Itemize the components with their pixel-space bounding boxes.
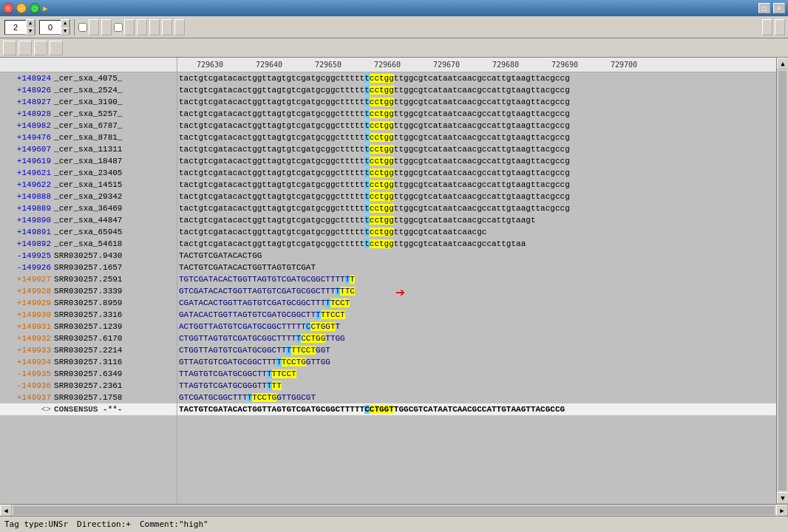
table-row: +149619_cer_sxa_18487 — [0, 155, 177, 167]
horizontal-scrollbar[interactable]: ◀ ▶ — [0, 504, 788, 516]
table-row: tactgtcgatacactggttagtgtcgatgcggcttttttc… — [177, 191, 776, 202]
table-row: tactgtcgatacactggttagtgtcgatgcggcttttttc… — [177, 72, 776, 84]
scroll-right-btn[interactable]: ▶ — [776, 505, 788, 516]
table-row: tactgtcgatacactggttagtgtcgatgcggcttttttc… — [177, 202, 776, 214]
table-row: GATACACTGGTTAGTGTCGATGCGGCTTTTTCCT — [177, 309, 776, 321]
table-row: +148927_cer_sxa_3190_ — [0, 96, 177, 108]
status-bar: Tag type:UNSr Direction:+ Comment:"high" — [0, 516, 788, 532]
table-row: +149931SRR030257.1239 — [0, 321, 177, 332]
table-row: +149933SRR030257.2214 — [0, 344, 177, 356]
table-row: GTTAGTGTCGATGCGGCTTTTTCCTGGTTGG — [177, 356, 776, 368]
names-rows[interactable]: +148924_cer_sxa_4075_+148926_cer_sxa_252… — [0, 72, 177, 504]
seqs-rows[interactable]: tactgtcgatacactggttagtgtcgatgcggcttttttc… — [177, 72, 776, 504]
help-button[interactable] — [775, 19, 785, 35]
table-row: CTGGTTAGTGTCGATGCGGCTTTTTCCTGGTTGG — [177, 332, 776, 344]
title-bar: × − □ ▶ □ × — [0, 0, 788, 16]
table-row: tactgtcgatacactggttagtgtcgatgcggcttttttc… — [177, 132, 776, 143]
table-row: +149934SRR030257.3116 — [0, 356, 177, 368]
direction-label: Direction:+ — [77, 519, 131, 529]
table-row: +149889_cer_sxa_36469 — [0, 202, 177, 214]
table-row: <>CONSENSUS -**- — [0, 403, 177, 415]
settings-button[interactable] — [174, 19, 185, 35]
table-row: tactgtcgatacactggttagtgtcgatgcggcttttttc… — [177, 214, 776, 226]
insert-button[interactable] — [89, 19, 99, 35]
table-row: tactgtcgatacactggttagtgtcgatgcggcttttttc… — [177, 143, 776, 155]
table-row: CTGGTTAGTGTCGATGCGGCTTTTTCCTGGT — [177, 344, 776, 356]
cons-up-arrow[interactable]: ▲ — [26, 19, 35, 27]
ruler-pos-6: 729680 — [476, 61, 535, 69]
toolbar: ▲ ▼ ▲ ▼ — [0, 16, 788, 38]
scroll-thumb[interactable] — [778, 71, 787, 491]
scroll-up-btn[interactable]: ▲ — [777, 58, 788, 69]
qual-up-arrow[interactable]: ▲ — [61, 19, 69, 27]
red-arrow-indicator: ➔ — [395, 283, 405, 301]
table-row: TACTGTCGATACACTGG — [177, 250, 776, 262]
tag-type-value: UNSr — [49, 519, 69, 529]
ruler-pos-4: 729660 — [358, 61, 417, 69]
comment-value: "high" — [179, 519, 208, 529]
cons-input[interactable] — [5, 21, 26, 34]
close-btn[interactable]: × — [3, 3, 13, 13]
table-row: +148924_cer_sxa_4075_ — [0, 72, 177, 84]
ruler-pos-8: 729700 — [594, 61, 653, 69]
win-close-btn[interactable]: × — [773, 3, 785, 13]
table-row: GTCGATACACTGGTTAGTGTCGATGCGGCTTTTTTC — [177, 285, 776, 297]
table-row: +149927SRR030257.2591 — [0, 273, 177, 285]
table-row: tactgtcgatacactggttagtgtcgatgcggcttttttc… — [177, 167, 776, 179]
cutoffs-checkbox[interactable] — [114, 23, 123, 32]
table-row: +149928SRR030257.3339 — [0, 285, 177, 297]
scroll-left-btn[interactable]: ◀ — [0, 505, 12, 516]
main-content: +148924_cer_sxa_4075_+148926_cer_sxa_252… — [0, 58, 788, 516]
ruler-row: 729630 729640 729650 729660 729670 72968… — [177, 58, 776, 72]
comment-label: Comment:"high" — [140, 519, 208, 529]
table-row: +149892_cer_sxa_54618 — [0, 238, 177, 250]
max-btn[interactable]: □ — [30, 3, 40, 13]
next-search-button[interactable] — [149, 19, 160, 35]
ruler-pos-1: 729630 — [180, 61, 240, 69]
undo-button[interactable] — [137, 19, 147, 35]
seqs-panel: 729630 729640 729650 729660 729670 72968… — [177, 58, 776, 504]
tag-type-label: Tag type:UNSr — [4, 519, 68, 529]
table-row: -149926SRR030257.1657 — [0, 262, 177, 273]
quit-button[interactable] — [762, 19, 772, 35]
nav-last[interactable] — [50, 41, 63, 55]
scroll-h-thumb[interactable] — [13, 506, 775, 515]
table-row: tactgtcgatacactggttagtgtcgatgcggcttttttc… — [177, 179, 776, 191]
table-row: +149622_cer_sxa_14515 — [0, 179, 177, 191]
table-row: TTAGTGTCGATGCGGCTTTTTCCT — [177, 368, 776, 380]
content-area: +148924_cer_sxa_4075_+148926_cer_sxa_252… — [0, 58, 788, 504]
vertical-scrollbar[interactable]: ▲ ▼ — [776, 58, 788, 504]
table-row: +149929SRR030257.8959 — [0, 297, 177, 309]
table-row: tactgtcgatacactggttagtgtcgatgcggcttttttc… — [177, 226, 776, 238]
table-row: +148928_cer_sxa_5257_ — [0, 108, 177, 120]
cons-down-arrow[interactable]: ▼ — [26, 27, 35, 35]
names-header — [0, 58, 177, 72]
qual-input[interactable] — [40, 21, 61, 34]
edit-modes-button[interactable] — [101, 19, 112, 35]
nav-bar — [0, 38, 788, 58]
table-row: TTAGTGTCGATGCGGGTTTTT — [177, 380, 776, 392]
nav-next[interactable] — [34, 41, 47, 55]
min-btn[interactable]: − — [16, 3, 27, 13]
scroll-down-btn[interactable]: ▼ — [777, 492, 788, 504]
table-row: +149937SRR030257.1758 — [0, 392, 177, 403]
table-row: GTCGATGCGGCTTTTTCCTGGTTGGCGT — [177, 392, 776, 403]
cutoffs-button[interactable] — [124, 19, 135, 35]
nav-first[interactable] — [3, 41, 16, 55]
commands-button[interactable] — [162, 19, 172, 35]
qual-down-arrow[interactable]: ▼ — [61, 27, 69, 35]
table-row: CGATACACTGGTTAGTGTCGATGCGGCTTTTTCCT — [177, 297, 776, 309]
nav-prev[interactable] — [18, 41, 32, 55]
app-icon: ▶ — [43, 4, 48, 13]
table-row: ACTGGTTAGTGTCGATGCGGCTTTTTCCTGGTT — [177, 321, 776, 332]
table-row: TGTCGATACACTGGTTAGTGTCGATGCGGCTTTTTT — [177, 273, 776, 285]
table-row: tactgtcgatacactggttagtgtcgatgcggcttttttc… — [177, 120, 776, 132]
table-row: -149925SRR030257.9430 — [0, 250, 177, 262]
table-row: +149930SRR030257.3316 — [0, 309, 177, 321]
ruler-pos-7: 729690 — [535, 61, 594, 69]
table-row: +148926_cer_sxa_2524_ — [0, 84, 177, 96]
win-resize-btn[interactable]: □ — [758, 3, 770, 13]
table-row: +149891_cer_sxa_65945 — [0, 226, 177, 238]
insert-checkbox[interactable] — [78, 23, 87, 32]
ruler-pos-2: 729640 — [240, 61, 299, 69]
